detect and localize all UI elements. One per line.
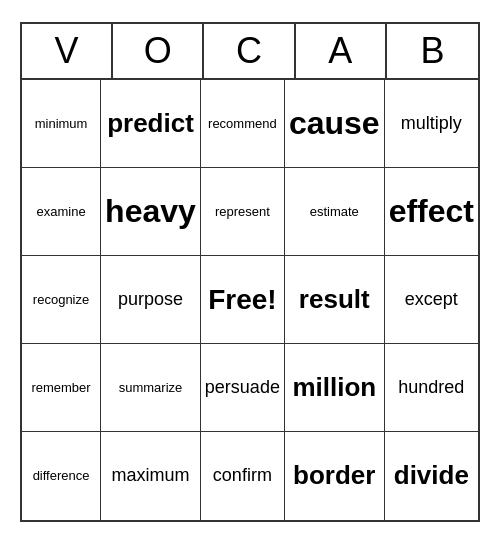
bingo-cell-6[interactable]: heavy: [101, 168, 201, 256]
header-letter-c: C: [204, 24, 295, 78]
bingo-grid: minimumpredictrecommendcausemultiplyexam…: [22, 80, 478, 520]
bingo-cell-1[interactable]: predict: [101, 80, 201, 168]
bingo-cell-21[interactable]: maximum: [101, 432, 201, 520]
bingo-cell-22[interactable]: confirm: [201, 432, 285, 520]
cell-text-8: estimate: [310, 204, 359, 220]
cell-text-11: purpose: [118, 289, 183, 311]
cell-text-17: persuade: [205, 377, 280, 399]
cell-text-14: except: [405, 289, 458, 311]
bingo-cell-10[interactable]: recognize: [22, 256, 101, 344]
cell-text-13: result: [299, 284, 370, 315]
cell-text-23: border: [293, 460, 375, 491]
cell-text-6: heavy: [105, 192, 196, 230]
bingo-cell-16[interactable]: summarize: [101, 344, 201, 432]
bingo-cell-23[interactable]: border: [285, 432, 385, 520]
cell-text-18: million: [292, 372, 376, 403]
cell-text-1: predict: [107, 108, 194, 139]
bingo-header: VOCAB: [22, 24, 478, 80]
bingo-cell-24[interactable]: divide: [385, 432, 478, 520]
cell-text-16: summarize: [119, 380, 183, 396]
cell-text-5: examine: [36, 204, 85, 220]
cell-text-15: remember: [31, 380, 90, 396]
cell-text-19: hundred: [398, 377, 464, 399]
header-letter-o: O: [113, 24, 204, 78]
cell-text-9: effect: [389, 192, 474, 230]
cell-text-20: difference: [33, 468, 90, 484]
bingo-cell-9[interactable]: effect: [385, 168, 478, 256]
cell-text-21: maximum: [111, 465, 189, 487]
bingo-cell-12[interactable]: Free!: [201, 256, 285, 344]
bingo-cell-20[interactable]: difference: [22, 432, 101, 520]
bingo-cell-18[interactable]: million: [285, 344, 385, 432]
cell-text-2: recommend: [208, 116, 277, 132]
bingo-cell-8[interactable]: estimate: [285, 168, 385, 256]
bingo-cell-19[interactable]: hundred: [385, 344, 478, 432]
bingo-cell-13[interactable]: result: [285, 256, 385, 344]
bingo-cell-5[interactable]: examine: [22, 168, 101, 256]
bingo-cell-0[interactable]: minimum: [22, 80, 101, 168]
bingo-cell-17[interactable]: persuade: [201, 344, 285, 432]
cell-text-10: recognize: [33, 292, 89, 308]
cell-text-22: confirm: [213, 465, 272, 487]
bingo-cell-3[interactable]: cause: [285, 80, 385, 168]
header-letter-a: A: [296, 24, 387, 78]
header-letter-v: V: [22, 24, 113, 78]
bingo-cell-7[interactable]: represent: [201, 168, 285, 256]
header-letter-b: B: [387, 24, 478, 78]
bingo-cell-2[interactable]: recommend: [201, 80, 285, 168]
bingo-cell-15[interactable]: remember: [22, 344, 101, 432]
cell-text-0: minimum: [35, 116, 88, 132]
cell-text-4: multiply: [401, 113, 462, 135]
cell-text-12: Free!: [208, 283, 276, 317]
bingo-cell-14[interactable]: except: [385, 256, 478, 344]
bingo-cell-11[interactable]: purpose: [101, 256, 201, 344]
bingo-card: VOCAB minimumpredictrecommendcausemultip…: [20, 22, 480, 522]
cell-text-24: divide: [394, 460, 469, 491]
cell-text-3: cause: [289, 104, 380, 142]
cell-text-7: represent: [215, 204, 270, 220]
bingo-cell-4[interactable]: multiply: [385, 80, 478, 168]
